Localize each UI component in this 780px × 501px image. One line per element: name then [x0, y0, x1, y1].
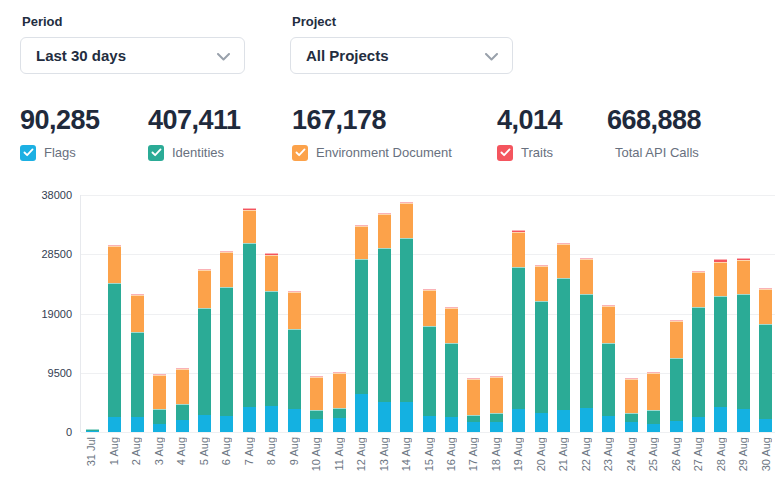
stacked-bar-6-aug[interactable] [220, 251, 233, 432]
stacked-bar-15-aug[interactable] [423, 289, 436, 432]
stacked-bar-9-aug[interactable] [288, 291, 301, 432]
bar-segment-identities[interactable] [580, 294, 593, 408]
bar-segment-environment-document[interactable] [198, 270, 211, 307]
bar-segment-identities[interactable] [670, 358, 683, 421]
bar-segment-flags[interactable] [243, 407, 256, 432]
bar-segment-flags[interactable] [333, 418, 346, 432]
bar-segment-environment-document[interactable] [265, 255, 278, 291]
bar-segment-identities[interactable] [153, 409, 166, 424]
bar-segment-environment-document[interactable] [557, 244, 570, 278]
stacked-bar-4-aug[interactable] [176, 368, 189, 432]
stacked-bar-26-aug[interactable] [670, 320, 683, 432]
bar-segment-flags[interactable] [490, 422, 503, 432]
bar-segment-identities[interactable] [490, 413, 503, 422]
bar-segment-flags[interactable] [220, 416, 233, 432]
bar-segment-flags[interactable] [512, 409, 525, 432]
bar-segment-identities[interactable] [445, 343, 458, 417]
bar-segment-flags[interactable] [86, 431, 99, 432]
stacked-bar-29-aug[interactable] [737, 258, 750, 432]
bar-segment-flags[interactable] [288, 409, 301, 432]
bar-segment-flags[interactable] [580, 408, 593, 432]
bar-segment-flags[interactable] [692, 417, 705, 432]
bar-segment-flags[interactable] [265, 406, 278, 432]
bar-segment-flags[interactable] [737, 409, 750, 432]
bar-segment-environment-document[interactable] [602, 306, 615, 343]
stacked-bar-23-aug[interactable] [602, 305, 615, 432]
bar-segment-identities[interactable] [333, 408, 346, 418]
bar-segment-identities[interactable] [220, 287, 233, 416]
stacked-bar-11-aug[interactable] [333, 372, 346, 432]
bar-segment-environment-document[interactable] [288, 292, 301, 329]
bar-segment-identities[interactable] [310, 410, 323, 419]
stacked-bar-16-aug[interactable] [445, 307, 458, 432]
bar-segment-environment-document[interactable] [423, 290, 436, 326]
stacked-bar-12-aug[interactable] [355, 225, 368, 432]
bar-segment-environment-document[interactable] [378, 214, 391, 248]
stacked-bar-17-aug[interactable] [467, 378, 480, 432]
bar-segment-flags[interactable] [647, 424, 660, 432]
bar-segment-identities[interactable] [378, 248, 391, 402]
bar-segment-environment-document[interactable] [176, 369, 189, 404]
bar-segment-environment-document[interactable] [467, 379, 480, 415]
bar-segment-flags[interactable] [445, 417, 458, 432]
bar-segment-environment-document[interactable] [580, 259, 593, 294]
bar-segment-identities[interactable] [176, 404, 189, 420]
bar-segment-identities[interactable] [714, 296, 727, 408]
bar-segment-identities[interactable] [602, 343, 615, 415]
stacked-bar-14-aug[interactable] [400, 202, 413, 432]
bar-segment-identities[interactable] [355, 259, 368, 394]
bar-segment-identities[interactable] [535, 301, 548, 413]
bar-segment-flags[interactable] [602, 416, 615, 432]
bar-segment-flags[interactable] [557, 410, 570, 432]
bar-segment-environment-document[interactable] [153, 375, 166, 409]
bar-segment-identities[interactable] [243, 243, 256, 407]
environment-document-checkbox[interactable] [292, 145, 308, 161]
bar-segment-flags[interactable] [310, 419, 323, 432]
bar-segment-environment-document[interactable] [714, 262, 727, 296]
bar-segment-environment-document[interactable] [131, 295, 144, 332]
bar-segment-identities[interactable] [288, 329, 301, 409]
bar-segment-environment-document[interactable] [512, 232, 525, 267]
bar-segment-environment-document[interactable] [400, 203, 413, 238]
bar-segment-identities[interactable] [131, 332, 144, 417]
bar-segment-environment-document[interactable] [535, 266, 548, 301]
traits-checkbox[interactable] [497, 145, 513, 161]
bar-segment-flags[interactable] [400, 402, 413, 432]
bar-segment-environment-document[interactable] [692, 272, 705, 306]
bar-segment-flags[interactable] [108, 417, 121, 432]
stacked-bar-28-aug[interactable] [714, 259, 727, 432]
bar-segment-identities[interactable] [423, 326, 436, 416]
identities-checkbox[interactable] [148, 145, 164, 161]
bar-segment-flags[interactable] [714, 407, 727, 432]
bar-segment-identities[interactable] [625, 413, 638, 422]
stacked-bar-21-aug[interactable] [557, 243, 570, 432]
bar-segment-environment-document[interactable] [108, 246, 121, 283]
bar-segment-identities[interactable] [557, 278, 570, 410]
stacked-bar-27-aug[interactable] [692, 271, 705, 432]
stacked-bar-7-aug[interactable] [243, 208, 256, 432]
bar-segment-environment-document[interactable] [490, 377, 503, 413]
bar-segment-flags[interactable] [423, 416, 436, 432]
bar-segment-environment-document[interactable] [737, 260, 750, 294]
bar-segment-identities[interactable] [737, 294, 750, 409]
bar-segment-identities[interactable] [198, 308, 211, 416]
stacked-bar-5-aug[interactable] [198, 269, 211, 432]
stacked-bar-22-aug[interactable] [580, 258, 593, 432]
bar-segment-environment-document[interactable] [445, 308, 458, 344]
bar-segment-flags[interactable] [535, 413, 548, 432]
bar-segment-flags[interactable] [759, 419, 772, 432]
bar-segment-flags[interactable] [198, 415, 211, 432]
bar-segment-identities[interactable] [467, 415, 480, 422]
stacked-bar-24-aug[interactable] [625, 378, 638, 432]
flags-checkbox[interactable] [20, 145, 36, 161]
bar-segment-flags[interactable] [378, 402, 391, 432]
stacked-bar-19-aug[interactable] [512, 230, 525, 432]
bar-segment-identities[interactable] [265, 291, 278, 406]
stacked-bar-20-aug[interactable] [535, 265, 548, 432]
bar-segment-identities[interactable] [108, 283, 121, 417]
bar-segment-environment-document[interactable] [310, 377, 323, 410]
bar-segment-flags[interactable] [625, 422, 638, 432]
stacked-bar-3-aug[interactable] [153, 374, 166, 432]
stacked-bar-1-aug[interactable] [108, 245, 121, 432]
bar-segment-environment-document[interactable] [625, 379, 638, 413]
